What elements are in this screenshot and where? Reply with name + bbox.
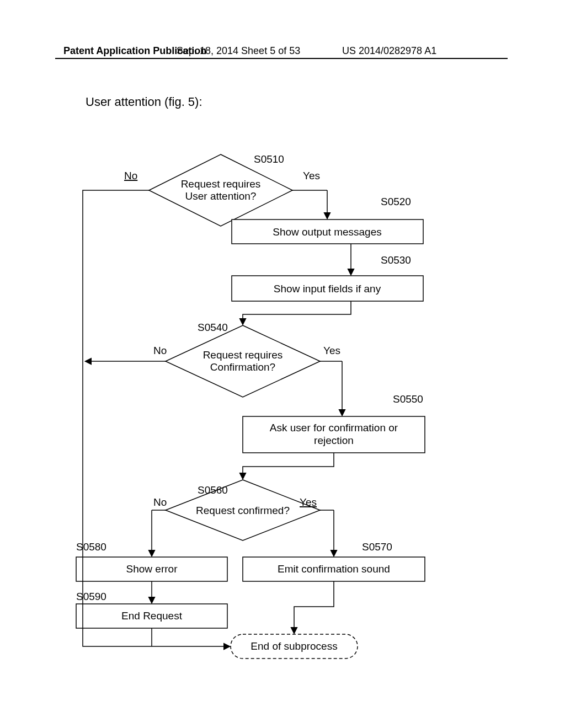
flowchart: Request requires User attention? S0510 S…: [0, 0, 565, 728]
ref-S0580: S0580: [76, 541, 106, 553]
label-d2-yes: Yes: [323, 345, 340, 356]
process-show-error: Show error: [76, 557, 227, 581]
decision-confirmation-line1: Request requires: [203, 349, 283, 361]
edge-p3-d3: [243, 453, 334, 479]
ref-S0540: S0540: [198, 322, 228, 333]
process-end-request: End Request: [76, 604, 227, 628]
decision-confirmed-text: Request confirmed?: [196, 505, 290, 516]
process-show-error-text: Show error: [126, 563, 178, 575]
process-ask-confirmation: Ask user for confirmation or rejection: [243, 416, 425, 453]
ref-S0590: S0590: [76, 591, 106, 602]
ref-S0520: S0520: [381, 196, 411, 207]
decision-user-attention: Request requires User attention?: [149, 154, 292, 226]
label-d1-yes: Yes: [303, 170, 320, 181]
ref-S0550: S0550: [393, 393, 423, 405]
process-show-input-fields-text: Show input fields if any: [274, 283, 381, 295]
process-show-output-messages-text: Show output messages: [273, 226, 382, 238]
decision-user-attention-line2: User attention?: [185, 190, 257, 202]
process-emit-sound-text: Emit confirmation sound: [278, 563, 390, 575]
label-d3-yes: Yes: [300, 496, 317, 508]
process-show-input-fields: Show input fields if any: [232, 276, 423, 301]
label-d1-no: No: [124, 170, 137, 181]
decision-user-attention-line1: Request requires: [181, 178, 261, 190]
label-d3-no: No: [153, 496, 167, 508]
process-end-request-text: End Request: [121, 610, 183, 622]
process-emit-sound: Emit confirmation sound: [243, 557, 425, 581]
label-d2-no: No: [153, 345, 167, 356]
ref-S0510: S0510: [254, 153, 284, 165]
decision-confirmation-line2: Confirmation?: [210, 361, 275, 373]
ref-S0530: S0530: [381, 254, 411, 266]
ref-S0560: S0560: [198, 484, 228, 496]
edge-p2-d2: [243, 301, 351, 324]
process-ask-confirmation-line1: Ask user for confirmation or: [270, 422, 398, 433]
terminator-end-subprocess: End of subprocess: [231, 634, 358, 659]
process-ask-confirmation-line2: rejection: [314, 435, 354, 446]
terminator-end-subprocess-text: End of subprocess: [250, 640, 337, 652]
process-show-output-messages: Show output messages: [232, 220, 423, 244]
edge-p4-end: [294, 581, 334, 633]
decision-confirmed: Request confirmed?: [166, 480, 320, 540]
decision-confirmation: Request requires Confirmation?: [166, 325, 320, 397]
ref-S0570: S0570: [362, 541, 392, 553]
